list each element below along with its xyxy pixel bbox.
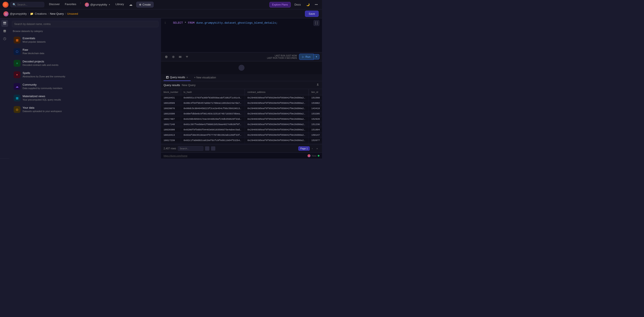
- page-1-btn[interactable]: Page 1: [298, 146, 310, 150]
- export-icon[interactable]: [316, 83, 320, 87]
- dataset-icon-3: ✦: [14, 71, 20, 78]
- editor-toolbar: LAST RUN JUST NOW LAST RUN TOOK 0 SECOND…: [161, 52, 322, 61]
- filter-btn[interactable]: [184, 54, 190, 60]
- table-row[interactable]: 188185990x00c4f04f96457a89e71700ea11091b…: [161, 100, 322, 106]
- user-nav-link[interactable]: G @grumpykitty ▼: [83, 2, 113, 8]
- library-link[interactable]: Library: [113, 2, 126, 8]
- run-label: Run: [306, 55, 310, 58]
- cell-2-0: 18820876: [161, 106, 181, 111]
- moon-icon-btn[interactable]: 🌙: [304, 2, 311, 7]
- keyword-from: FROM: [188, 21, 194, 24]
- cell-7-0: 18818413: [161, 132, 181, 138]
- breadcrumb-sep-1: /: [28, 12, 29, 15]
- table-row[interactable]: 188184130x02af38e3519eae4f577707d01562ab…: [161, 132, 322, 138]
- dataset-info-3: Spells Abstractions by Dune and the comm…: [22, 71, 157, 78]
- svg-rect-1: [3, 22, 6, 22]
- line-number: 1: [164, 22, 170, 24]
- list-btn[interactable]: [177, 54, 183, 60]
- breadcrumb-creations[interactable]: Creations: [35, 12, 47, 15]
- results-title: Query results: [164, 84, 180, 87]
- plus-icon: ⊕: [139, 3, 142, 6]
- sidebar-dataset-item-5[interactable]: ▦ Materialized views Your precomputed SQ…: [12, 92, 158, 104]
- sidebar-dataset-item-3[interactable]: ✦ Spells Abstractions by Dune and the co…: [12, 69, 158, 80]
- sidebar-dataset-item-4[interactable]: ☁ Community Data supplied by community m…: [12, 81, 158, 92]
- cell-4-0: 18817407: [161, 116, 181, 122]
- page-dot-2: [211, 146, 215, 150]
- dataset-desc-3: Abstractions by Dune and the community: [22, 75, 157, 78]
- explore-plans-button[interactable]: Explore Plans: [270, 2, 291, 8]
- docs-button[interactable]: Docs: [292, 2, 303, 7]
- cell-1-0: 18818599: [161, 100, 181, 106]
- settings-btn[interactable]: [170, 54, 176, 60]
- dataset-icon-2: ≡: [14, 60, 20, 67]
- query-results-tab[interactable]: Query results ✕: [164, 74, 190, 81]
- search-bar[interactable]: 🔍 Search...: [10, 2, 44, 7]
- cell-7-1: 0x02af38e3519eae4f577707d01562ab120df33f…: [181, 132, 245, 138]
- run-dropdown-btn[interactable]: ▼: [314, 54, 320, 60]
- cell-2-3: 143419: [309, 106, 322, 111]
- cell-4-1: 0x0159b4b56417eac944d629af24db359626f33d…: [181, 116, 245, 122]
- dataset-desc-6: Datasets uploaded to your workspace: [22, 110, 157, 113]
- page-search-input[interactable]: [178, 146, 204, 151]
- dataset-desc-1: Raw blockchain data: [22, 52, 157, 55]
- table-row[interactable]: 188208760x00dc5c8049458223f2ce2e454cf86c…: [161, 106, 322, 111]
- dataset-desc-5: Your precomputed SQL query results: [22, 98, 157, 102]
- logo-icon[interactable]: [2, 2, 8, 8]
- results-title-area: Query results New Query: [164, 84, 196, 87]
- sidebar-icon-table[interactable]: [1, 20, 8, 27]
- table-icon: [166, 76, 169, 78]
- dataset-search-input[interactable]: [12, 21, 158, 27]
- table-row[interactable]: 188193900x00efdbbe0c9f961493c3251674b710…: [161, 111, 322, 116]
- format-btn[interactable]: [164, 54, 170, 60]
- cloud-icon-btn[interactable]: ☁: [127, 2, 134, 8]
- create-button[interactable]: ⊕ Create: [136, 2, 154, 8]
- loading-area: [161, 61, 322, 74]
- save-button[interactable]: Save: [305, 11, 318, 17]
- dataset-name-3: Spells: [22, 71, 157, 74]
- sidebar-content: Browse datasets by category ▦ Essentials…: [9, 18, 161, 158]
- discover-link[interactable]: Discover: [47, 2, 62, 8]
- cell-1-2: 0x29469395eaf6f95920e59f858042f0e28d98a2…: [245, 100, 309, 106]
- run-button[interactable]: ▷ Run: [299, 54, 314, 60]
- next-page-btn[interactable]: ›: [310, 146, 314, 150]
- dataset-icon-5: ▦: [14, 94, 20, 102]
- dataset-name-4: Community: [22, 83, 157, 86]
- sidebar-icon-database[interactable]: [1, 28, 8, 34]
- browse-category-title: Browse datasets by category: [12, 30, 158, 32]
- editor-expand-btn[interactable]: [314, 20, 320, 26]
- dataset-icon-1: ⬡: [14, 48, 20, 55]
- table-row[interactable]: 188184310x00551c3703fa36bf83d558acabf2d6…: [161, 95, 322, 100]
- page-nav: Page 1 › »: [298, 146, 320, 150]
- last-page-btn[interactable]: »: [315, 146, 320, 150]
- breadcrumb-sep-2: /: [48, 12, 49, 15]
- dataset-desc-2: Decoded contract calls and events: [22, 64, 157, 67]
- sidebar-dataset-item-1[interactable]: ⬡ Raw Raw blockchain data: [12, 46, 158, 57]
- breadcrumb-user[interactable]: @grumpykitty: [10, 12, 27, 15]
- sidebar-dataset-item-6[interactable]: ◎ Your data Datasets uploaded to your wo…: [12, 104, 158, 115]
- cell-7-2: 0x29469395eaf6f95920e59f858042f0e28d98a2…: [245, 132, 309, 138]
- more-options-btn[interactable]: •••: [313, 2, 320, 7]
- breadcrumb-new-query: New Query: [50, 12, 64, 15]
- results-table-container[interactable]: block_numbertx_hashcontract_addresslien_…: [161, 89, 322, 144]
- code-content[interactable]: SELECT * FROM dune.grumpykitty.dataset_g…: [173, 21, 278, 24]
- table-row[interactable]: 188174070x0159b4b56417eac944d629af24db35…: [161, 116, 322, 122]
- last-run-time: LAST RUN TOOK 0 SECONDS: [267, 57, 297, 59]
- tab-close-icon[interactable]: ✕: [186, 76, 188, 78]
- breadcrumb-bar: G @grumpykitty / 📁 Creations / New Query…: [0, 9, 322, 18]
- table-row[interactable]: 188172390x02c1fab0d02ca81befdcfc9f6d9110…: [161, 138, 322, 143]
- nav-divider: /: [79, 2, 82, 8]
- table-row[interactable]: 188203000x0206f9fb9b5f94463eb6103506d75e…: [161, 127, 322, 132]
- sidebar-icon-history[interactable]: [1, 35, 8, 42]
- status-url-link[interactable]: https://dune.com/home: [164, 154, 188, 157]
- th-contract_address: contract_address: [245, 89, 309, 95]
- pagination-bar: 2,407 rows Page 1 › »: [161, 144, 322, 152]
- favorites-link[interactable]: Favorites: [63, 2, 78, 8]
- new-visualization-tab[interactable]: + New visualization: [192, 74, 218, 81]
- cell-1-1: 0x00c4f04f96457a89e71700ea11091be24a7da7…: [181, 100, 245, 106]
- sidebar-dataset-item-2[interactable]: ≡ Decoded projects Decoded contract call…: [12, 58, 158, 69]
- dataset-name-2: Decoded projects: [22, 60, 157, 63]
- dataset-name-0: Essentials: [22, 37, 157, 40]
- dataset-info-1: Raw Raw blockchain data: [22, 48, 157, 55]
- sidebar-dataset-item-0[interactable]: ▦ Essentials Most popular datasets: [12, 34, 158, 46]
- table-row[interactable]: 188171480x01c397feeb0a41f88861b529aa4827…: [161, 122, 322, 127]
